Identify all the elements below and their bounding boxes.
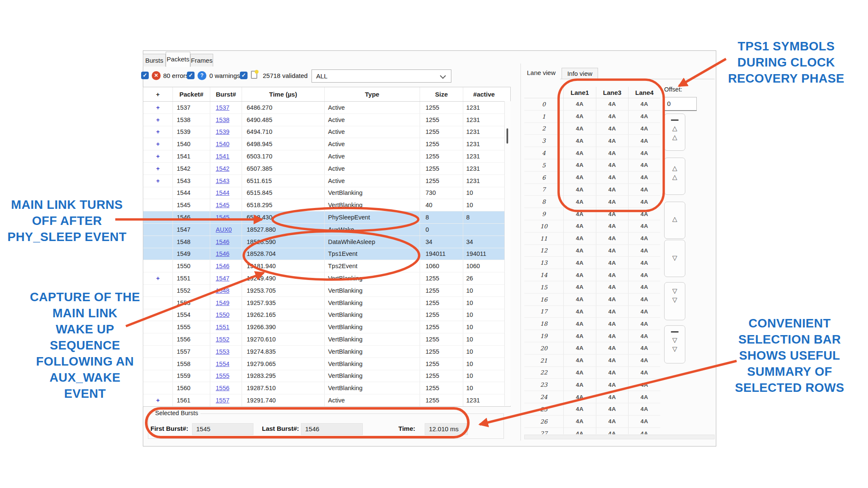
column-header-active[interactable]: #active: [463, 87, 505, 101]
lane-row-7[interactable]: 74A4A4A: [524, 184, 660, 196]
first-burst-field[interactable]: 1545: [192, 423, 253, 435]
packet-row-1551[interactable]: +1551154719249.490VertBlanking125526: [143, 272, 510, 285]
lane-row-2[interactable]: 24A4A4A: [524, 123, 660, 135]
lane-row-4[interactable]: 44A4A4A: [524, 147, 660, 159]
packet-row-1549[interactable]: 1549154618528.704Tps1Event194011194011: [143, 248, 510, 261]
warnings-checkbox[interactable]: ✓: [187, 72, 195, 79]
lane-row-11[interactable]: 114A4A4A: [524, 233, 660, 245]
tab-bursts[interactable]: Bursts: [143, 54, 166, 67]
burst-link[interactable]: 1557: [216, 397, 229, 404]
burst-link[interactable]: AUX0: [216, 226, 232, 233]
packet-row-1537[interactable]: +153715376486.270Active12551231: [143, 102, 510, 114]
lane-row-27[interactable]: 274A4A4A: [524, 428, 660, 434]
packet-table-scrollbar[interactable]: [504, 101, 511, 406]
lane-marker-button-5[interactable]: ▽▽: [664, 282, 685, 320]
packet-row-1559[interactable]: 1559155519283.295VertBlanking125510: [143, 370, 510, 383]
packet-row-1550[interactable]: 1550154619181.940Tps2Event10601060: [143, 260, 510, 272]
packet-row-1557[interactable]: 1557155319274.835VertBlanking125510: [143, 346, 510, 358]
lane-row-21[interactable]: 214A4A4A: [524, 355, 660, 367]
column-header-type[interactable]: Type: [325, 87, 420, 101]
lane-row-14[interactable]: 144A4A4A: [524, 269, 660, 281]
column-header-burst[interactable]: Burst#: [210, 87, 242, 101]
packet-row-1545[interactable]: 154515456518.295VertBlanking4010: [143, 199, 510, 211]
lane-marker-button-2[interactable]: △△: [664, 158, 685, 195]
expand-cell[interactable]: +: [143, 272, 173, 284]
lane-row-25[interactable]: 254A4A4A: [524, 403, 660, 416]
burst-link[interactable]: 1540: [216, 141, 229, 147]
burst-link[interactable]: 1556: [216, 385, 229, 391]
expand-cell[interactable]: +: [143, 150, 173, 162]
expand-cell[interactable]: +: [143, 114, 173, 126]
packet-row-1558[interactable]: 1558155419279.065VertBlanking125510: [143, 358, 510, 370]
lane-row-9[interactable]: 94A4A4A: [524, 208, 660, 220]
lane-row-16[interactable]: 164A4A4A: [524, 294, 660, 306]
expand-cell[interactable]: +: [143, 175, 173, 187]
burst-link[interactable]: 1555: [216, 372, 229, 379]
burst-link[interactable]: 1542: [216, 165, 229, 172]
tab-lane-view[interactable]: Lane view: [523, 67, 560, 79]
packet-row-1544[interactable]: 154415446515.845VertBlanking73010: [143, 187, 510, 200]
packet-row-1540[interactable]: +154015406498.945Active12551231: [143, 138, 510, 150]
expand-cell[interactable]: +: [143, 126, 173, 138]
packet-row-1552[interactable]: 1552154819253.705VertBlanking125510: [143, 285, 510, 297]
validated-checkbox[interactable]: ✓: [240, 72, 248, 79]
column-header-packet[interactable]: Packet#: [173, 87, 210, 101]
tab-packets[interactable]: Packets: [166, 52, 190, 67]
lane-marker-button-6[interactable]: ▽▽: [664, 325, 685, 363]
burst-link[interactable]: 1553: [216, 348, 229, 355]
packet-row-1538[interactable]: +153815386490.485Active12551231: [143, 114, 510, 126]
lane-row-3[interactable]: 34A4A4A: [524, 135, 660, 147]
tab-info-view[interactable]: Info view: [562, 68, 598, 79]
burst-link[interactable]: 1544: [216, 189, 229, 196]
packet-row-1556[interactable]: 1556155219270.610VertBlanking125510: [143, 333, 510, 346]
burst-link[interactable]: 1552: [216, 336, 229, 343]
burst-link[interactable]: 1546: [216, 238, 229, 245]
burst-link[interactable]: 1541: [216, 153, 229, 160]
lane-row-18[interactable]: 184A4A4A: [524, 318, 660, 330]
column-header-size[interactable]: Size: [420, 87, 463, 101]
scrollbar-thumb[interactable]: [506, 128, 508, 144]
burst-link[interactable]: 1537: [216, 104, 229, 111]
expand-cell[interactable]: +: [143, 138, 173, 150]
lane-row-12[interactable]: 124A4A4A: [524, 245, 660, 257]
lane-row-1[interactable]: 14A4A4A: [524, 111, 660, 123]
lane-row-19[interactable]: 194A4A4A: [524, 330, 660, 342]
lane-row-5[interactable]: 54A4A4A: [524, 159, 660, 172]
packet-row-1542[interactable]: +154215426507.385Active12551231: [143, 163, 510, 175]
tab-frames[interactable]: Frames: [190, 54, 213, 67]
column-header-expand[interactable]: +: [143, 87, 173, 101]
packet-row-1543[interactable]: +154315436511.615Active12551231: [143, 175, 510, 187]
burst-link[interactable]: 1547: [216, 275, 229, 282]
burst-link[interactable]: 1538: [216, 116, 229, 123]
lane-row-17[interactable]: 174A4A4A: [524, 306, 660, 318]
burst-link[interactable]: 1550: [216, 311, 229, 318]
column-header-times[interactable]: Time (µs): [242, 87, 325, 101]
burst-link[interactable]: 1548: [216, 287, 229, 294]
lane-row-6[interactable]: 64A4A4A: [524, 172, 660, 184]
lane-row-13[interactable]: 134A4A4A: [524, 257, 660, 269]
lane-row-22[interactable]: 224A4A4A: [524, 367, 660, 379]
lane-row-10[interactable]: 104A4A4A: [524, 220, 660, 233]
last-burst-field[interactable]: 1546: [301, 423, 363, 435]
lane-row-15[interactable]: 154A4A4A: [524, 281, 660, 294]
packet-row-1548[interactable]: 1548154618528.590DataWhileAsleep3434: [143, 236, 510, 248]
packet-row-1541[interactable]: +154115416503.170Active12551231: [143, 150, 510, 163]
expand-cell[interactable]: +: [143, 163, 173, 175]
packet-row-1546[interactable]: 154615456518.430PhySleepEvent88: [143, 211, 510, 224]
lane-row-20[interactable]: 204A4A4A: [524, 342, 660, 355]
lane-row-23[interactable]: 234A4A4A: [524, 379, 660, 391]
packet-row-1561[interactable]: +1561155719291.740Active12551231: [143, 394, 510, 407]
lane-row-0[interactable]: 04A4A4A: [524, 98, 660, 111]
burst-link[interactable]: 1546: [216, 263, 229, 269]
burst-link[interactable]: 1539: [216, 128, 229, 135]
errors-checkbox[interactable]: ✓: [141, 72, 149, 79]
lane-row-26[interactable]: 264A4A4A: [524, 416, 660, 428]
packet-row-1539[interactable]: +153915396494.710Active12551231: [143, 126, 510, 139]
packet-row-1554[interactable]: 1554155019262.165VertBlanking125510: [143, 309, 510, 322]
offset-input[interactable]: 0: [664, 97, 697, 111]
burst-link[interactable]: 1545: [216, 214, 229, 221]
burst-link[interactable]: 1546: [216, 250, 229, 257]
lane-marker-button-1[interactable]: △△: [664, 114, 685, 151]
packet-row-1555[interactable]: 1555155119266.390VertBlanking125510: [143, 321, 510, 333]
lane-row-24[interactable]: 244A4A4A: [524, 391, 660, 403]
